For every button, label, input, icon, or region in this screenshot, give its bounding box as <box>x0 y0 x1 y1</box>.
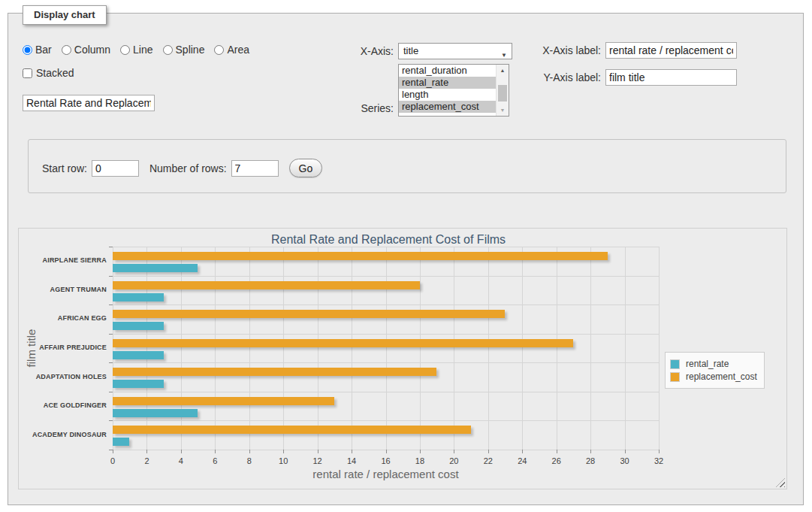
category-label: ADAPTATION HOLES <box>19 373 107 380</box>
legend-item-rental_rate: rental_rate <box>670 359 757 369</box>
gridline <box>386 247 387 450</box>
category-label: AIRPLANE SIERRA <box>19 256 107 264</box>
bar-rental_rate <box>113 293 164 301</box>
x-axis-label-field-label: X-Axis label: <box>526 42 601 59</box>
chart-type-option-column: Column <box>62 44 110 56</box>
x-tick-label: 10 <box>268 456 298 465</box>
x-tickmark <box>659 450 660 453</box>
x-tickmark <box>181 450 182 453</box>
x-tick-label: 2 <box>131 456 161 465</box>
x-tick-label: 18 <box>405 456 435 465</box>
x-tickmark <box>113 450 113 453</box>
num-rows-input[interactable] <box>231 160 279 177</box>
x-axis-label-input[interactable] <box>605 42 737 59</box>
gridline <box>590 247 591 450</box>
category-label: AGENT TRUMAN <box>19 286 107 293</box>
start-row-input[interactable] <box>92 160 139 177</box>
chart-type-radio-line[interactable] <box>120 45 130 55</box>
gridline <box>146 247 147 450</box>
gridline <box>522 247 523 450</box>
x-tick-label: 30 <box>610 456 640 465</box>
series-option-length[interactable]: length <box>399 89 496 101</box>
x-tick-label: 16 <box>371 456 401 465</box>
row-controls-panel: Start row: Number of rows: Go <box>28 139 786 193</box>
scroll-up-icon[interactable]: ▲ <box>497 65 509 76</box>
gridline <box>283 247 284 450</box>
x-tick-label: 26 <box>542 456 572 465</box>
gridline <box>181 247 182 450</box>
chart-type-radio-group: BarColumnLineSplineArea <box>23 44 259 56</box>
x-tickmark <box>522 450 523 453</box>
x-axis-select[interactable]: title ▼ <box>398 43 512 59</box>
x-tickmark <box>318 450 318 453</box>
bar-replacement_cost <box>113 426 471 434</box>
x-tick-label: 20 <box>439 456 469 465</box>
x-tickmark <box>386 450 387 453</box>
chart-title-input[interactable] <box>23 95 155 111</box>
x-tickmark <box>352 450 352 453</box>
category-label: AFFAIR PREJUDICE <box>19 344 107 351</box>
chart-type-option-line: Line <box>120 44 152 56</box>
page: Display chart BarColumnLineSplineArea St… <box>0 0 812 512</box>
gridline <box>249 247 250 450</box>
bar-rental_rate <box>113 322 164 330</box>
bar-replacement_cost <box>113 368 436 376</box>
chart-type-radio-spline[interactable] <box>163 45 173 55</box>
chart-type-radio-bar[interactable] <box>23 45 32 55</box>
bar-replacement_cost <box>113 339 573 347</box>
chart-type-option-spline: Spline <box>163 44 205 56</box>
stacked-row: Stacked <box>23 67 74 79</box>
x-axis-selected-value: title <box>403 45 418 56</box>
chart-type-option-bar: Bar <box>23 44 52 56</box>
legend-swatch-replacement_cost <box>670 372 680 382</box>
x-tick-label: 6 <box>200 456 230 465</box>
x-tick-label: 32 <box>644 456 674 465</box>
series-option-rental_rate[interactable]: rental_rate <box>399 77 496 89</box>
series-option-replacement_cost[interactable]: replacement_cost <box>399 101 496 113</box>
scroll-down-icon[interactable]: ▼ <box>497 105 509 116</box>
x-tickmark <box>590 450 591 453</box>
gridline <box>215 247 216 450</box>
x-tick-label: 14 <box>337 456 367 465</box>
gridline <box>488 247 489 450</box>
chevron-down-icon: ▼ <box>501 48 507 63</box>
chart-container: Rental Rate and Replacement Cost of Film… <box>18 228 787 489</box>
series-option-rental_duration[interactable]: rental_duration <box>399 65 496 77</box>
chart-type-option-area: Area <box>214 44 249 56</box>
legend-swatch-rental_rate <box>670 359 680 369</box>
bar-rental_rate <box>113 380 164 388</box>
x-tick-label: 4 <box>166 456 196 465</box>
go-button[interactable]: Go <box>289 159 323 177</box>
chart-type-label: Line <box>133 44 152 56</box>
chart-type-label: Spline <box>176 44 205 56</box>
x-tickmark <box>625 450 626 453</box>
stacked-checkbox[interactable] <box>23 68 32 78</box>
x-tickmark <box>283 450 284 453</box>
bar-replacement_cost <box>113 397 334 405</box>
category-label: AFRICAN EGG <box>19 314 107 322</box>
series-listbox[interactable]: rental_durationrental_ratelengthreplacem… <box>398 64 509 117</box>
gridline <box>557 247 557 450</box>
x-tick-label: 24 <box>507 456 537 465</box>
bar-replacement_cost <box>113 252 608 260</box>
scrollbar-thumb[interactable] <box>498 85 507 101</box>
num-rows-label: Number of rows: <box>149 162 227 174</box>
chart-x-axis-title: rental rate / replacement cost <box>113 468 659 480</box>
gridline <box>659 247 660 450</box>
resize-handle-icon[interactable] <box>776 478 785 487</box>
series-options: rental_durationrental_ratelengthreplacem… <box>399 65 509 113</box>
y-axis-label-field-label: Y-Axis label: <box>526 69 601 86</box>
bar-rental_rate <box>113 264 198 272</box>
bar-replacement_cost <box>113 310 505 318</box>
bar-rental_rate <box>113 409 198 417</box>
chart-type-radio-column[interactable] <box>62 45 71 55</box>
series-scrollbar[interactable]: ▲ ▼ <box>496 65 509 116</box>
start-row-label: Start row: <box>42 162 87 174</box>
series-list-label: Series: <box>331 100 394 117</box>
gridline <box>318 247 318 450</box>
legend-label: rental_rate <box>686 359 729 369</box>
x-tickmark <box>454 450 454 453</box>
gridline <box>352 247 352 450</box>
y-axis-label-input[interactable] <box>605 69 737 86</box>
chart-type-radio-area[interactable] <box>214 45 224 55</box>
